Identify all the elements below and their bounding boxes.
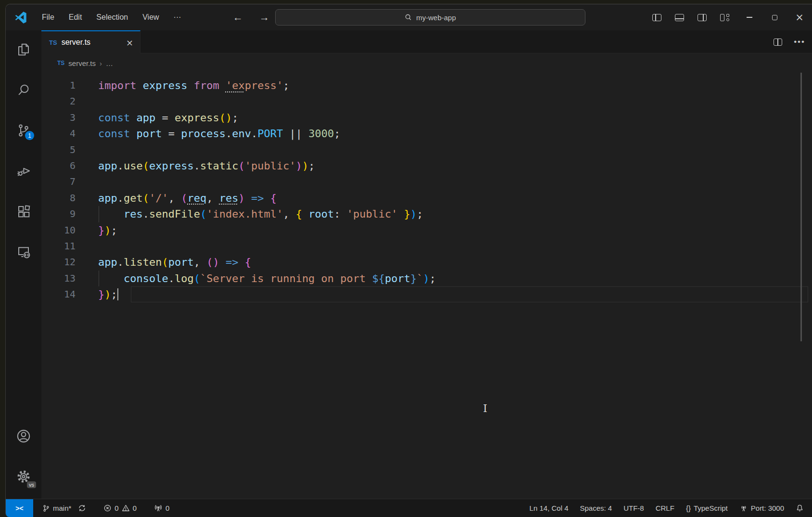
vertical-scrollbar[interactable] bbox=[800, 73, 802, 341]
code-text: const port = process.env.PORT || 3000; bbox=[98, 126, 340, 142]
notifications-button[interactable] bbox=[793, 504, 806, 512]
remote-icon: >< bbox=[15, 504, 23, 512]
language-name: TypeScript bbox=[694, 504, 728, 512]
sidebar-item-run-debug[interactable] bbox=[12, 159, 35, 182]
line-number: 9 bbox=[41, 206, 76, 222]
code-line[interactable]: 9 res.sendFile('index.html', { root: 'pu… bbox=[41, 206, 812, 222]
branch-name: main* bbox=[53, 504, 71, 512]
code-line[interactable]: 11 bbox=[41, 238, 812, 254]
tab-close-icon[interactable]: × bbox=[119, 38, 133, 48]
text-cursor bbox=[117, 288, 118, 300]
split-editor-icon[interactable] bbox=[774, 39, 782, 46]
account-button[interactable] bbox=[12, 425, 35, 448]
command-center-search[interactable]: my-web-app bbox=[275, 9, 585, 26]
sidebar-item-search[interactable] bbox=[12, 78, 35, 102]
menu-selection[interactable]: Selection bbox=[89, 10, 135, 25]
tab-bar: TS server.ts × ••• bbox=[41, 30, 812, 53]
language-mode-status[interactable]: {} TypeScript bbox=[684, 504, 730, 512]
account-icon bbox=[15, 428, 32, 444]
code-line[interactable]: 10}); bbox=[41, 222, 812, 238]
forward-arrow-icon[interactable]: → bbox=[256, 12, 272, 23]
code-line[interactable]: 2 bbox=[41, 93, 812, 109]
vscode-window: File Edit Selection View ··· ← → my-web-… bbox=[5, 4, 812, 517]
forwarded-ports-count: 0 bbox=[165, 504, 169, 512]
sidebar-item-explorer[interactable] bbox=[12, 38, 35, 61]
back-arrow-icon[interactable]: ← bbox=[230, 12, 246, 23]
toggle-primary-sidebar-icon[interactable] bbox=[652, 14, 661, 21]
line-number: 12 bbox=[41, 254, 76, 270]
code-text: app.get('/', (req, res) => { bbox=[98, 190, 277, 206]
warning-count: 0 bbox=[133, 504, 137, 512]
git-branch-status[interactable]: main* bbox=[40, 504, 74, 512]
code-text: const app = express(); bbox=[98, 110, 238, 126]
code-text: import express from 'express'; bbox=[98, 78, 289, 93]
bell-icon bbox=[796, 504, 804, 512]
sidebar-item-extensions[interactable] bbox=[12, 200, 35, 223]
minimize-button[interactable] bbox=[737, 4, 762, 30]
sync-button[interactable] bbox=[76, 504, 89, 512]
menu-overflow[interactable]: ··· bbox=[166, 10, 189, 25]
code-line[interactable]: 7 bbox=[41, 174, 812, 190]
code-text: }); bbox=[98, 286, 118, 302]
maximize-button[interactable] bbox=[762, 4, 787, 30]
line-number: 10 bbox=[41, 222, 76, 238]
run-debug-icon bbox=[16, 163, 31, 179]
code-text: app.use(express.static('public')); bbox=[98, 158, 315, 174]
files-icon bbox=[16, 42, 31, 57]
broadcast-icon bbox=[739, 504, 748, 513]
forwarded-ports-status[interactable]: 0 bbox=[152, 504, 172, 513]
line-number: 13 bbox=[41, 271, 76, 286]
activity-bar: 1 bbox=[6, 30, 41, 499]
code-line[interactable]: 13 console.log(`Server is running on por… bbox=[41, 271, 812, 286]
problems-status[interactable]: 0 0 bbox=[101, 504, 139, 512]
remote-explorer-icon bbox=[16, 244, 31, 259]
close-button[interactable]: × bbox=[787, 4, 812, 30]
port-status[interactable]: Port: 3000 bbox=[737, 504, 787, 513]
eol-status[interactable]: CRLF bbox=[653, 504, 677, 512]
indentation-status[interactable]: Spaces: 4 bbox=[577, 504, 614, 512]
settings-button[interactable]: vs bbox=[12, 465, 35, 488]
maximize-icon bbox=[772, 15, 777, 20]
code-line[interactable]: 8app.get('/', (req, res) => { bbox=[41, 190, 812, 206]
line-number: 3 bbox=[41, 110, 76, 126]
code-line[interactable]: 5 bbox=[41, 142, 812, 158]
remote-indicator[interactable]: >< bbox=[6, 499, 33, 517]
code-text: res.sendFile('index.html', { root: 'publ… bbox=[98, 206, 423, 222]
code-line[interactable]: 12app.listen(port, () => { bbox=[41, 254, 812, 270]
warning-icon bbox=[122, 504, 130, 512]
title-bar: File Edit Selection View ··· ← → my-web-… bbox=[6, 4, 812, 30]
code-editor[interactable]: 1import express from 'express';23const a… bbox=[41, 73, 812, 499]
cursor-position-status[interactable]: Ln 14, Col 4 bbox=[527, 504, 571, 512]
more-actions-icon[interactable]: ••• bbox=[794, 37, 805, 47]
code-text: console.log(`Server is running on port $… bbox=[98, 271, 436, 286]
breadcrumb-more[interactable]: … bbox=[106, 59, 113, 67]
sidebar-item-remote-explorer[interactable] bbox=[12, 240, 35, 263]
menu-edit[interactable]: Edit bbox=[62, 10, 89, 25]
breadcrumb[interactable]: TS server.ts › … bbox=[41, 53, 812, 73]
customize-layout-icon[interactable] bbox=[720, 14, 729, 21]
sidebar-item-source-control[interactable]: 1 bbox=[12, 119, 35, 142]
braces-icon: {} bbox=[686, 504, 691, 512]
code-line[interactable]: 4const port = process.env.PORT || 3000; bbox=[41, 126, 812, 142]
code-line[interactable]: 1import express from 'express'; bbox=[41, 78, 812, 93]
status-bar: >< main* 0 bbox=[6, 499, 812, 517]
menu-file[interactable]: File bbox=[35, 10, 62, 25]
code-line[interactable]: 3const app = express(); bbox=[41, 110, 812, 126]
toggle-panel-icon[interactable] bbox=[675, 14, 684, 21]
code-line[interactable]: 6app.use(express.static('public')); bbox=[41, 158, 812, 174]
line-number: 4 bbox=[41, 126, 76, 142]
line-number: 5 bbox=[41, 142, 76, 158]
code-text: }); bbox=[98, 222, 117, 238]
editor-area: TS server.ts × ••• TS server.ts › … 1imp… bbox=[41, 30, 812, 499]
line-number: 1 bbox=[41, 78, 76, 93]
extensions-icon bbox=[16, 204, 31, 219]
breadcrumb-file[interactable]: server.ts bbox=[68, 59, 96, 67]
layout-controls bbox=[652, 4, 729, 30]
tab-server-ts[interactable]: TS server.ts × bbox=[41, 30, 140, 53]
menu-view[interactable]: View bbox=[135, 10, 166, 25]
error-icon bbox=[103, 504, 112, 512]
encoding-status[interactable]: UTF-8 bbox=[621, 504, 647, 512]
toggle-secondary-sidebar-icon[interactable] bbox=[698, 14, 707, 21]
code-line[interactable]: 14}); bbox=[41, 286, 812, 302]
typescript-file-icon: TS bbox=[49, 39, 57, 46]
